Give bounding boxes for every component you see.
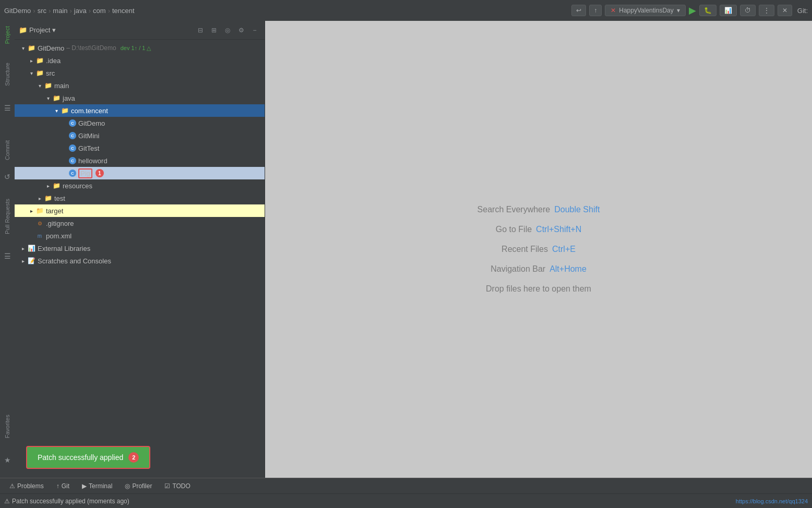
terminal-icon: ▶ xyxy=(82,482,87,490)
crumb-gitdemo[interactable]: GitDemo xyxy=(4,7,31,15)
scratches-arrow xyxy=(19,257,27,265)
panel-actions: ⊟ ⊞ ◎ ⚙ − xyxy=(195,25,260,36)
expand-all-button[interactable]: ⊞ xyxy=(208,25,220,36)
tree-item-helloword-class[interactable]: C helloword xyxy=(15,154,265,167)
tree-item-scratches[interactable]: 📝 Scratches and Consoles xyxy=(15,255,265,267)
sidebar-item-commit[interactable]: Commit xyxy=(1,137,14,163)
tree-item-main[interactable]: 📁 main xyxy=(15,79,265,92)
tree-container[interactable]: 📁 GitDemo – D:\test\GitDemo dev 1↑ / 1 △… xyxy=(15,40,265,478)
pomxml-arrow xyxy=(27,232,35,240)
branch-name: HappyValentinsDay xyxy=(619,7,674,14)
run-button[interactable]: ▶ xyxy=(689,5,696,16)
resources-arrow xyxy=(44,182,52,190)
sidebar-item-vcs[interactable]: ↺ xyxy=(1,171,14,183)
tree-item-pomxml[interactable]: m pom.xml xyxy=(15,229,265,242)
tree-item-java[interactable]: 📁 java xyxy=(15,92,265,104)
tab-terminal[interactable]: ▶ Terminal xyxy=(77,480,117,492)
pig-arrow xyxy=(61,169,69,177)
ext-libs-arrow xyxy=(19,244,27,252)
sidebar-item-star[interactable]: ★ xyxy=(1,454,14,466)
tree-item-external-libs[interactable]: 📊 External Libraries xyxy=(15,242,265,255)
sidebar-item-favorites[interactable]: Favorites xyxy=(1,412,14,441)
hint-recent-key: Ctrl+E xyxy=(552,245,576,254)
sidebar-item-project[interactable]: Project xyxy=(1,23,14,47)
idea-label: .idea xyxy=(46,57,61,65)
status-url[interactable]: https://blog.csdn.net/qq1324 xyxy=(736,498,808,504)
bottom-panel: ⚠ Problems ↑ Git ▶ Terminal ◎ Profiler ☑… xyxy=(0,478,812,493)
crumb-com[interactable]: com xyxy=(93,7,106,15)
tree-item-gitTest-class[interactable]: C GitTest xyxy=(15,142,265,154)
tree-item-pig-class[interactable]: C Pig 1 xyxy=(15,167,265,179)
tree-item-com-tencent[interactable]: 📁 com.tencent xyxy=(15,104,265,117)
hint-goto-text: Go to File xyxy=(496,225,532,234)
tree-item-target[interactable]: 📁 target xyxy=(15,204,265,217)
profiler-label: Profiler xyxy=(132,482,152,490)
debug-button[interactable]: 🐛 xyxy=(699,5,717,16)
minimize-button[interactable]: − xyxy=(249,25,260,36)
git-tab-label: Git xyxy=(62,482,69,490)
sidebar-item-bookmarks[interactable]: ☰ xyxy=(1,102,14,114)
gitmini-arrow xyxy=(61,131,69,140)
tab-profiler[interactable]: ◎ Profiler xyxy=(120,480,157,492)
coverage-icon: 📊 xyxy=(724,7,732,14)
problems-label: Problems xyxy=(17,482,44,490)
debug-icon: 🐛 xyxy=(704,7,712,14)
tree-item-test[interactable]: 📁 test xyxy=(15,192,265,204)
main-content: Search Everywhere Double Shift Go to Fil… xyxy=(265,21,812,478)
main-folder-icon: 📁 xyxy=(44,81,52,90)
profile-button[interactable]: ⏱ xyxy=(740,5,756,16)
close-button[interactable]: ✕ xyxy=(778,5,792,16)
resources-folder-icon: 📁 xyxy=(52,182,61,190)
crumb-main[interactable]: main xyxy=(53,7,67,15)
hint-drop-text: Drop files here to open them xyxy=(486,284,591,294)
sidebar-item-extra[interactable]: ☰ xyxy=(1,250,14,262)
main-label: main xyxy=(54,82,69,90)
helloword-arrow xyxy=(61,156,69,165)
tree-root[interactable]: 📁 GitDemo – D:\test\GitDemo dev 1↑ / 1 △ xyxy=(15,42,265,54)
sidebar-item-pull-requests[interactable]: Pull Requests xyxy=(1,196,14,237)
settings-button[interactable]: ⚙ xyxy=(235,25,247,36)
tab-git[interactable]: ↑ Git xyxy=(51,480,75,492)
hint-search: Search Everywhere Double Shift xyxy=(477,205,600,214)
branch-button[interactable]: ✕ HappyValentinsDay ▾ xyxy=(605,5,686,16)
test-arrow xyxy=(35,194,44,202)
more-button[interactable]: ⋮ xyxy=(759,5,774,16)
gitignore-icon: ⚙ xyxy=(35,219,44,227)
java-folder-icon: 📁 xyxy=(52,94,61,102)
status-message: Patch successfully applied (moments ago) xyxy=(12,498,129,505)
update-button[interactable]: ↑ xyxy=(589,5,602,16)
vcs-button[interactable]: ↩ xyxy=(571,5,586,16)
more-icon: ⋮ xyxy=(763,7,770,14)
coverage-button[interactable]: 📊 xyxy=(720,5,737,16)
profiler-icon: ◎ xyxy=(125,482,130,490)
gitignore-label: .gitignore xyxy=(46,220,74,227)
test-label: test xyxy=(54,195,65,202)
panel-title-arrow: ▾ xyxy=(52,26,56,34)
crumb-java[interactable]: java xyxy=(74,7,87,15)
gitTest-class-icon: C xyxy=(69,144,76,152)
gitmini-class-icon: C xyxy=(69,132,76,139)
scroll-to-center-button[interactable]: ◎ xyxy=(222,25,233,36)
scratches-icon: 📝 xyxy=(27,257,35,265)
tab-problems[interactable]: ⚠ Problems xyxy=(4,480,49,492)
breadcrumb: GitDemo › src › main › java › com › tenc… xyxy=(4,7,135,15)
vcs-icon: ↩ xyxy=(576,7,581,14)
src-label: src xyxy=(46,69,55,77)
idea-folder-icon: 📁 xyxy=(35,56,44,65)
collapse-all-button[interactable]: ⊟ xyxy=(195,25,206,36)
patch-text: Patch successfully applied xyxy=(38,453,123,462)
tree-item-idea[interactable]: 📁 .idea xyxy=(15,54,265,67)
tab-todo[interactable]: ☑ TODO xyxy=(159,480,195,492)
tree-item-resources[interactable]: 📁 resources xyxy=(15,179,265,192)
branch-arrow-icon: ▾ xyxy=(677,7,680,14)
crumb-tencent[interactable]: tencent xyxy=(112,7,135,15)
sidebar-item-structure[interactable]: Structure xyxy=(1,59,14,89)
tree-item-gitignore[interactable]: ⚙ .gitignore xyxy=(15,217,265,229)
tree-item-gitdemo-class[interactable]: C GitDemo xyxy=(15,117,265,129)
patch-badge: 2 xyxy=(128,452,139,463)
panel-title: 📁 Project ▾ xyxy=(19,26,56,34)
crumb-src[interactable]: src xyxy=(38,7,46,15)
src-arrow xyxy=(27,69,35,77)
tree-item-gitmini-class[interactable]: C GitMini xyxy=(15,129,265,142)
tree-item-src[interactable]: 📁 src xyxy=(15,67,265,79)
